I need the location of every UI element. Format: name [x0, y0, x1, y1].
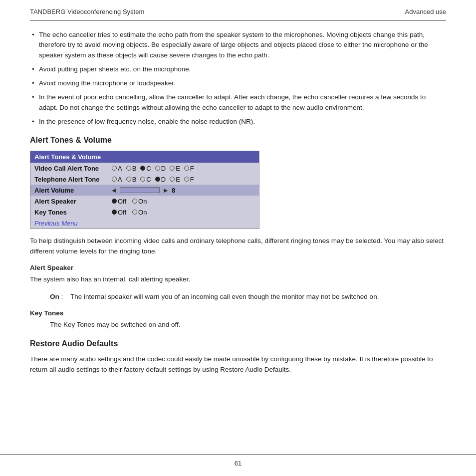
page-footer: 61	[0, 454, 476, 467]
key-tones-options: Off On	[112, 209, 149, 216]
tel-radio-b[interactable]: B	[126, 176, 137, 183]
alert-section-heading: Alert Tones & Volume	[30, 136, 446, 145]
alert-tones-panel: Alert Tones & Volume Video Call Alert To…	[30, 151, 259, 229]
alert-volume-label: Alert Volume	[34, 187, 112, 194]
restore-section-heading: Restore Audio Defaults	[30, 339, 446, 348]
radio-circle-a	[112, 166, 117, 171]
radio-f[interactable]: F	[184, 165, 194, 172]
tel-radio-e[interactable]: E	[170, 176, 180, 183]
list-item: Avoid moving the microphone or loudspeak…	[30, 78, 446, 88]
telephone-alert-options: A B C D E	[112, 176, 196, 183]
alert-speaker-heading: Alert Speaker	[30, 264, 446, 271]
alert-speaker-desc: The system also has an internal, call al…	[30, 274, 446, 285]
tel-radio-circle-f	[184, 177, 189, 182]
volume-left-arrow[interactable]: ◀	[112, 187, 116, 194]
radio-e[interactable]: E	[170, 165, 180, 172]
alert-speaker-label: Alert Speaker	[34, 198, 112, 205]
volume-bar	[120, 187, 160, 193]
key-tones-row: Key Tones Off On	[30, 207, 259, 218]
key-tones-on[interactable]: On	[132, 209, 147, 216]
alert-speaker-on-para: On : The internal speaker will warn you …	[30, 292, 446, 302]
key-tones-on-radio	[132, 210, 137, 215]
radio-circle-b	[126, 166, 131, 171]
tel-radio-d[interactable]: D	[155, 176, 166, 183]
alert-speaker-on-colon: :	[61, 293, 69, 300]
page-number: 61	[235, 460, 241, 467]
radio-d[interactable]: D	[155, 165, 166, 172]
alert-speaker-on-radio	[132, 199, 137, 204]
list-item: Avoid putting paper sheets etc. on the m…	[30, 64, 446, 74]
list-item: In the event of poor echo cancelling, al…	[30, 92, 446, 113]
header-section: Advanced use	[405, 8, 446, 15]
key-tones-off[interactable]: Off	[112, 209, 126, 216]
radio-circle-e	[170, 166, 175, 171]
panel-header: Alert Tones & Volume	[30, 151, 259, 163]
alert-speaker-off-radio	[112, 199, 117, 204]
alert-speaker-on-label: On	[50, 293, 59, 300]
telephone-alert-row: Telephone Alert Tone A B C	[30, 174, 259, 185]
key-tones-off-radio	[112, 210, 117, 215]
alert-volume-row: Alert Volume ◀ ▶ 8	[30, 185, 259, 196]
tel-radio-circle-c	[140, 177, 145, 182]
radio-circle-c	[140, 166, 145, 171]
radio-a[interactable]: A	[112, 165, 122, 172]
telephone-alert-label: Telephone Alert Tone	[34, 176, 112, 183]
tel-radio-f[interactable]: F	[184, 176, 194, 183]
alert-speaker-row: Alert Speaker Off On	[30, 196, 259, 207]
previous-menu-row[interactable]: Previous Menu	[30, 218, 259, 229]
tel-radio-circle-e	[170, 177, 175, 182]
key-tones-heading: Key Tones	[30, 309, 446, 317]
radio-c[interactable]: C	[140, 165, 151, 172]
bullet-list: The echo canceller tries to estimate the…	[30, 30, 446, 127]
volume-value: 8	[172, 187, 175, 194]
list-item: The echo canceller tries to estimate the…	[30, 30, 446, 60]
video-call-label: Video Call Alert Tone	[34, 165, 112, 172]
radio-b[interactable]: B	[126, 165, 137, 172]
restore-section-desc: There are many audio settings and the co…	[30, 354, 446, 375]
panel-body: Video Call Alert Tone A B C	[30, 163, 259, 229]
volume-right-arrow[interactable]: ▶	[164, 187, 168, 194]
alert-speaker-on-desc: The internal speaker will warn you of an…	[70, 293, 379, 300]
header-title: TANDBERG Videoconferencing System	[30, 8, 144, 15]
previous-menu-label[interactable]: Previous Menu	[34, 220, 78, 227]
tel-radio-c[interactable]: C	[140, 176, 151, 183]
page-header: TANDBERG Videoconferencing System Advanc…	[30, 0, 446, 21]
key-tones-desc: The Key Tones may be switched on and off…	[30, 320, 446, 330]
key-tones-label: Key Tones	[34, 209, 112, 216]
tel-radio-circle-a	[112, 177, 117, 182]
alert-speaker-on[interactable]: On	[132, 198, 147, 205]
radio-circle-f	[184, 166, 189, 171]
volume-control: ◀ ▶ 8	[112, 187, 175, 194]
radio-circle-d	[155, 166, 160, 171]
list-item: In the presence of low frequency noise, …	[30, 117, 446, 127]
video-call-alert-row: Video Call Alert Tone A B C	[30, 163, 259, 174]
alert-description: To help distinguish between incoming vid…	[30, 236, 446, 257]
tel-radio-circle-d	[155, 177, 160, 182]
video-call-options: A B C D E	[112, 165, 196, 172]
alert-speaker-off[interactable]: Off	[112, 198, 126, 205]
tel-radio-a[interactable]: A	[112, 176, 122, 183]
tel-radio-circle-b	[126, 177, 131, 182]
alert-speaker-options: Off On	[112, 198, 149, 205]
